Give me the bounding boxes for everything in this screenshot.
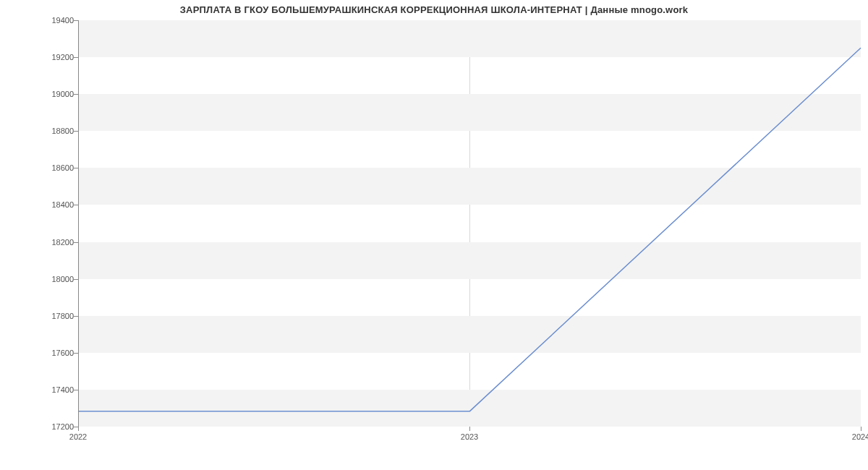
y-tick-label: 18200 — [51, 238, 74, 247]
y-tick — [74, 279, 78, 280]
y-tick — [74, 242, 78, 243]
y-tick — [74, 57, 78, 58]
x-tick-label: 2022 — [69, 432, 87, 441]
y-tick — [74, 20, 78, 21]
y-tick — [74, 427, 78, 427]
y-tick — [74, 353, 78, 354]
y-tick-label: 19000 — [51, 90, 74, 98]
y-tick-label: 17600 — [51, 349, 74, 357]
y-tick — [74, 316, 78, 317]
x-tick-label: 2024 — [852, 432, 868, 441]
y-tick — [74, 131, 78, 132]
y-tick-label: 19200 — [51, 53, 74, 61]
y-tick-label: 17200 — [51, 422, 74, 431]
y-tick-label: 17800 — [51, 312, 74, 320]
chart-container: ЗАРПЛАТА В ГКОУ БОЛЬШЕМУРАШКИНСКАЯ КОРРЕ… — [0, 0, 868, 470]
y-tick-label: 17400 — [51, 385, 74, 394]
data-line — [79, 20, 861, 426]
y-tick — [74, 94, 78, 95]
chart-title: ЗАРПЛАТА В ГКОУ БОЛЬШЕМУРАШКИНСКАЯ КОРРЕ… — [0, 4, 868, 15]
y-tick-label: 19400 — [51, 16, 74, 25]
y-axis: 1720017400176001780018000182001840018600… — [0, 20, 78, 427]
y-tick — [74, 390, 78, 390]
y-tick-label: 18000 — [51, 275, 74, 283]
x-axis: 202220232024 — [78, 427, 861, 456]
y-tick — [74, 205, 78, 205]
x-tick — [861, 427, 861, 431]
y-tick-label: 18600 — [51, 163, 74, 172]
x-tick-label: 2023 — [461, 432, 478, 441]
y-tick — [74, 168, 78, 168]
y-tick-label: 18800 — [51, 127, 74, 135]
x-tick — [78, 427, 79, 431]
plot-area — [78, 20, 861, 427]
x-tick — [469, 427, 470, 431]
y-tick-label: 18400 — [51, 200, 74, 209]
